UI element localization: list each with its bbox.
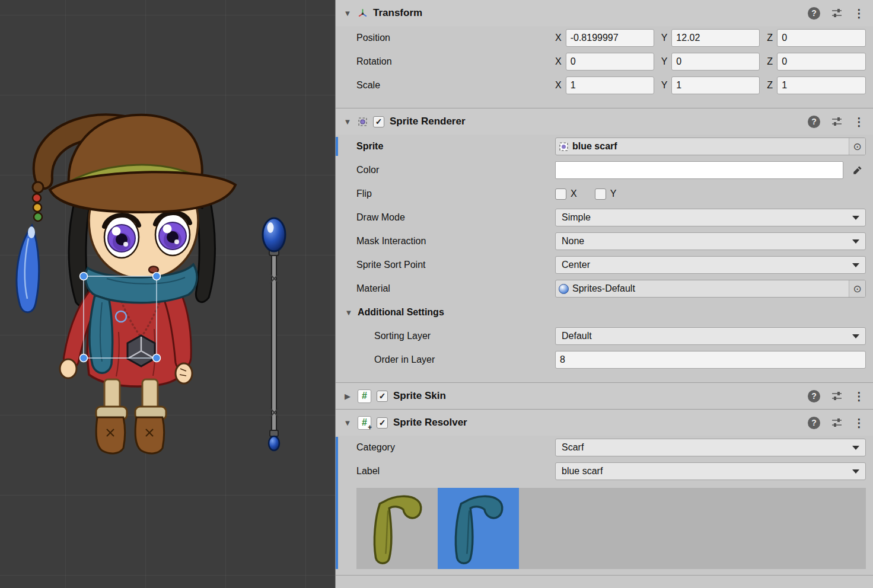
- additional-settings-label: Additional Settings: [358, 307, 556, 318]
- label-label: Label: [356, 466, 555, 477]
- transform-header[interactable]: ▼ Transform ? ⋮: [336, 0, 873, 26]
- sorting-layer-dropdown[interactable]: Default: [555, 327, 866, 345]
- sprite-skin-header[interactable]: ▶ # ✓ Sprite Skin ? ⋮: [336, 383, 873, 409]
- dropdown-arrow-icon: [852, 239, 859, 244]
- axis-z-label: Z: [767, 33, 773, 43]
- mask-interaction-value: None: [562, 236, 847, 247]
- color-row: Color: [336, 158, 873, 182]
- dropdown-arrow-icon: [852, 469, 859, 474]
- sprite-sort-point-dropdown[interactable]: Center: [555, 256, 866, 274]
- position-y-input[interactable]: [671, 29, 760, 47]
- scale-x-input[interactable]: [566, 76, 654, 94]
- object-picker-icon[interactable]: ⊙: [849, 138, 865, 155]
- sprite-resolver-icon: #+: [358, 416, 371, 430]
- category-dropdown[interactable]: Scarf: [555, 439, 866, 456]
- sprite-label: Sprite: [356, 141, 555, 152]
- mask-interaction-row: Mask Interaction None: [336, 229, 873, 253]
- foldout-open-icon[interactable]: ▼: [343, 117, 352, 126]
- component-enabled-checkbox[interactable]: ✓: [377, 391, 388, 402]
- sprite-resolver-component: ▼ #+ ✓ Sprite Resolver ? ⋮ Category: [336, 409, 873, 569]
- help-icon[interactable]: ?: [808, 417, 820, 429]
- sprite-renderer-header[interactable]: ▼ ✓ Sprite Renderer ? ⋮: [336, 108, 873, 135]
- material-label: Material: [356, 283, 555, 294]
- kebab-menu-icon[interactable]: ⋮: [853, 417, 865, 429]
- axis-y-label: Y: [661, 80, 668, 91]
- presets-icon[interactable]: [831, 417, 843, 429]
- scale-z-input[interactable]: [777, 76, 866, 94]
- selection-handle[interactable]: [153, 354, 161, 362]
- rotation-z-input[interactable]: [777, 53, 866, 71]
- rotation-x-input[interactable]: [566, 53, 654, 71]
- label-dropdown[interactable]: blue scarf: [555, 462, 866, 480]
- foldout-closed-icon[interactable]: ▶: [343, 392, 352, 401]
- eyedropper-icon[interactable]: [848, 161, 866, 179]
- rotation-y-input[interactable]: [671, 53, 760, 71]
- flip-y-checkbox[interactable]: [595, 188, 606, 200]
- sprite-object-field[interactable]: blue scarf ⊙: [555, 138, 866, 155]
- sprite-resolver-header[interactable]: ▼ #+ ✓ Sprite Resolver ? ⋮: [336, 410, 873, 436]
- position-label: Position: [356, 33, 555, 43]
- unity-editor-window: ▼ Transform ? ⋮: [0, 0, 873, 588]
- inspector-panel: ▼ Transform ? ⋮: [335, 0, 873, 588]
- staff-sprite[interactable]: [263, 218, 285, 450]
- selection-handle[interactable]: [80, 354, 88, 362]
- additional-settings-row[interactable]: ▼ Additional Settings: [336, 301, 873, 324]
- object-picker-icon[interactable]: ⊙: [849, 280, 865, 297]
- flip-y-label: Y: [610, 188, 617, 199]
- category-row: Category Scarf: [336, 436, 873, 459]
- component-enabled-checkbox[interactable]: ✓: [373, 116, 384, 127]
- sprite-resolver-title: Sprite Resolver: [393, 417, 467, 429]
- position-z-input[interactable]: [777, 29, 866, 47]
- draw-mode-label: Draw Mode: [356, 212, 555, 223]
- scene-view[interactable]: [0, 0, 335, 588]
- presets-icon[interactable]: [831, 7, 843, 19]
- scale-label: Scale: [356, 80, 555, 91]
- component-enabled-checkbox[interactable]: ✓: [377, 417, 388, 429]
- foldout-open-icon[interactable]: ▼: [343, 418, 352, 427]
- mask-interaction-dropdown[interactable]: None: [555, 232, 866, 250]
- order-in-layer-row: Order in Layer: [336, 348, 873, 372]
- transform-component: ▼ Transform ? ⋮: [336, 0, 873, 108]
- material-object-field[interactable]: Sprites-Default ⊙: [555, 280, 866, 298]
- sprite-sort-point-value: Center: [562, 260, 847, 270]
- presets-icon[interactable]: [831, 390, 843, 402]
- color-swatch[interactable]: [555, 161, 843, 179]
- axis-z-label: Z: [767, 80, 773, 91]
- kebab-menu-icon[interactable]: ⋮: [853, 391, 865, 402]
- green-scarf-sprite[interactable]: [356, 488, 438, 569]
- flip-x-checkbox[interactable]: [555, 188, 566, 200]
- draw-mode-dropdown[interactable]: Simple: [555, 209, 866, 226]
- help-icon[interactable]: ?: [808, 116, 820, 128]
- flip-label: Flip: [356, 188, 555, 199]
- scale-y-input[interactable]: [671, 76, 760, 94]
- foldout-open-icon[interactable]: ▼: [344, 308, 353, 317]
- sprite-renderer-component: ▼ ✓ Sprite Renderer ? ⋮: [336, 108, 873, 382]
- axis-x-label: X: [555, 80, 562, 91]
- sprite-skin-component: ▶ # ✓ Sprite Skin ? ⋮: [336, 382, 873, 409]
- flip-row: Flip X Y: [336, 182, 873, 206]
- witch-character-sprite[interactable]: [17, 114, 235, 453]
- dropdown-arrow-icon: [852, 263, 859, 267]
- dropdown-arrow-icon: [852, 446, 859, 450]
- order-in-layer-input[interactable]: [555, 351, 866, 369]
- axis-x-label: X: [555, 56, 562, 67]
- kebab-menu-icon[interactable]: ⋮: [853, 8, 865, 19]
- foldout-open-icon[interactable]: ▼: [343, 9, 352, 18]
- sorting-layer-label: Sorting Layer: [374, 331, 555, 341]
- selection-handle[interactable]: [80, 273, 88, 280]
- position-x-input[interactable]: [566, 29, 654, 47]
- help-icon[interactable]: ?: [808, 390, 820, 402]
- label-value: blue scarf: [562, 466, 847, 477]
- inspector-footer: [336, 575, 873, 588]
- dropdown-arrow-icon: [852, 334, 859, 338]
- selection-handle[interactable]: [153, 273, 161, 280]
- sorting-layer-row: Sorting Layer Default: [336, 324, 873, 348]
- blue-scarf-sprite[interactable]: [438, 488, 519, 569]
- sprite-object-name: blue scarf: [572, 141, 845, 152]
- draw-mode-row: Draw Mode Simple: [336, 206, 873, 229]
- presets-icon[interactable]: [831, 116, 843, 127]
- kebab-menu-icon[interactable]: ⋮: [853, 116, 865, 127]
- sprite-mini-icon: [559, 142, 569, 152]
- help-icon[interactable]: ?: [808, 7, 820, 20]
- label-row: Label blue scarf: [336, 459, 873, 483]
